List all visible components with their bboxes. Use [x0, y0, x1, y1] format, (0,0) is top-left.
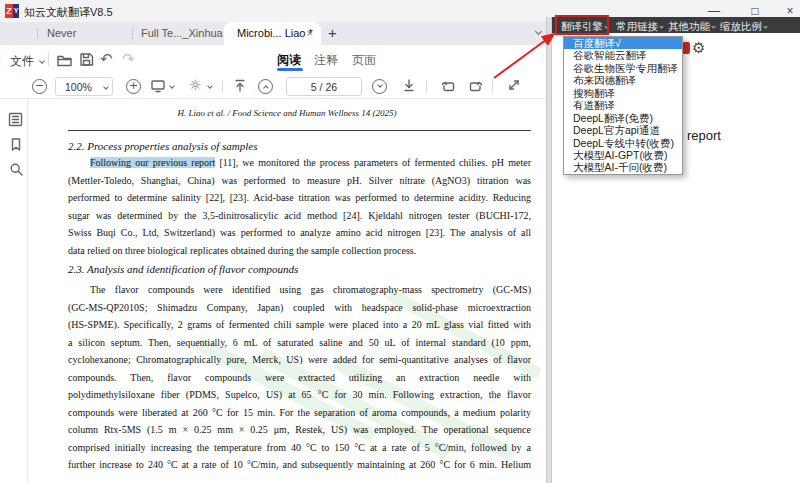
- header-rule: [68, 130, 531, 131]
- doc-line: further increase to 240 °C at a rate of …: [68, 458, 531, 476]
- engine-option-baidu[interactable]: 百度翻译√: [564, 37, 682, 49]
- doc-line: (Mettler-Toledo, Shanghai, China) was pe…: [68, 174, 531, 192]
- tab-annotate[interactable]: 注释: [314, 52, 338, 69]
- tab-separator: [132, 28, 133, 39]
- tab-never[interactable]: Never: [47, 27, 76, 39]
- brightness-icon[interactable]: ☼: [189, 77, 202, 93]
- doc-line: compounds were liberated at 260 °C for 1…: [68, 406, 531, 424]
- doc-line: sugar was determined by the 3,5-dinitros…: [68, 209, 531, 227]
- engine-option-deepl-paid[interactable]: DeepL专线中转(收费): [564, 137, 682, 149]
- tab-close-icon[interactable]: ×: [307, 27, 313, 39]
- bookmark-panel-icon[interactable]: [9, 137, 23, 152]
- tab-microbi-liao-active[interactable]: Microbi... Liao * ×: [224, 22, 321, 45]
- doc-line: The flavor compounds were identified usi…: [68, 283, 531, 301]
- new-tab-button[interactable]: +: [328, 24, 337, 41]
- chevron-down-icon: [377, 82, 383, 88]
- save-icon[interactable]: [79, 52, 94, 67]
- running-header: H. Liao et al. / Food Science and Human …: [28, 108, 546, 118]
- doc-line: compounds. Then, flavor compounds were e…: [68, 371, 531, 389]
- engine-option-blind[interactable]: 布来因德翻译: [564, 74, 682, 86]
- doc-line: data relied on three biological replicat…: [68, 244, 531, 262]
- active-tab-underline: [277, 68, 303, 71]
- previous-page-button[interactable]: [258, 79, 273, 94]
- rotate-left-icon[interactable]: [440, 78, 456, 93]
- zoom-out-button[interactable]: −: [32, 79, 47, 94]
- translation-partial-text: report: [687, 128, 721, 143]
- zoom-level-select[interactable]: 100%: [55, 77, 113, 96]
- app-logo-icon: ZY: [5, 4, 19, 18]
- doc-line: a silicon septum. Then, sequentially, 6 …: [68, 336, 531, 354]
- chevron-down-icon: [659, 24, 663, 28]
- toolbar-separator: [48, 52, 49, 66]
- doc-line: Swiss Buqi Co., Ltd, Switzerland) was pe…: [68, 226, 531, 244]
- tab-fulltext-xinhua[interactable]: Full Te..._Xinhua: [141, 27, 223, 39]
- thumbnails-panel-icon[interactable]: [8, 112, 23, 127]
- reading-mode-icon[interactable]: [150, 79, 166, 93]
- section-heading-2-2: 2.2. Process properties analysis of samp…: [68, 140, 531, 152]
- engine-option-ai-qianwen[interactable]: 大模型AI-千问(收费): [564, 161, 682, 173]
- engine-option-youdao[interactable]: 有道翻译: [564, 99, 682, 111]
- toolbar-separator: [222, 80, 223, 93]
- doc-line: (GC-MS-QP2010S; Shimadzu Company, Japan)…: [68, 301, 531, 319]
- chevron-down-icon: [40, 58, 46, 64]
- engine-option-google-biomed[interactable]: 谷歌生物医学专用翻译: [564, 62, 682, 74]
- rotate-right-icon[interactable]: [468, 78, 484, 93]
- open-folder-icon[interactable]: [56, 52, 73, 67]
- page-number-input[interactable]: 5 / 26: [286, 77, 362, 96]
- zoom-in-button[interactable]: +: [126, 79, 141, 94]
- undo-icon[interactable]: ↶: [100, 50, 113, 68]
- app-title: 知云文献翻译V8.5: [24, 5, 113, 20]
- doc-line: performed to determine salinity [22], [2…: [68, 191, 531, 209]
- engine-option-sogou[interactable]: 搜狗翻译: [564, 87, 682, 99]
- redo-icon[interactable]: ↷: [122, 50, 135, 68]
- gear-icon[interactable]: ⚙: [692, 39, 705, 57]
- toolbar-separator: [426, 80, 427, 93]
- section-heading-2-3: 2.3. Analysis and identification of flav…: [68, 263, 531, 275]
- scroll-to-top-icon[interactable]: [233, 78, 247, 93]
- panel-red-icon[interactable]: [682, 42, 690, 54]
- download-icon[interactable]: [402, 78, 416, 93]
- annotation-highlight-box: [555, 15, 609, 35]
- chevron-up-icon: [263, 85, 269, 91]
- engine-option-google-cloud[interactable]: 谷歌智能云翻译: [564, 49, 682, 61]
- chevron-down-icon: [763, 24, 767, 28]
- doc-line: (HS-SPME). Specifically, 2 grams of ferm…: [68, 318, 531, 336]
- doc-line: Following our previous report [11], we m…: [68, 156, 531, 174]
- doc-line: comprised initially increasing the tempe…: [68, 441, 531, 459]
- next-page-button[interactable]: [372, 79, 387, 94]
- menu-zoom-ratio[interactable]: 缩放比例: [720, 20, 767, 34]
- menu-other-functions[interactable]: 其他功能: [668, 20, 715, 34]
- search-panel-icon[interactable]: [9, 162, 24, 177]
- engine-option-deepl-free[interactable]: DeepL翻译(免费): [564, 112, 682, 124]
- engine-option-deepl-api[interactable]: DeepL官方api通道: [564, 124, 682, 136]
- chevron-down-icon: [103, 84, 109, 90]
- engine-option-ai-gpt[interactable]: 大模型AI-GPT(收费): [564, 149, 682, 161]
- doc-line: polydimethylsiloxane fiber (PDMS, Supelc…: [68, 388, 531, 406]
- menu-common-links[interactable]: 常用链接: [616, 20, 663, 34]
- fullscreen-icon[interactable]: [506, 77, 522, 93]
- engine-dropdown-menu: 百度翻译√ 谷歌智能云翻译 谷歌生物医学专用翻译 布来因德翻译 搜狗翻译 有道翻…: [563, 36, 683, 175]
- tab-page[interactable]: 页面: [352, 52, 376, 69]
- pdf-page[interactable]: H. Liao et al. / Food Science and Human …: [28, 99, 546, 483]
- tab-separator: [37, 28, 38, 39]
- chevron-down-icon: [711, 24, 715, 28]
- tab-read[interactable]: 阅读: [277, 52, 301, 69]
- tab-label: Microbi... Liao *: [237, 27, 313, 39]
- toolbar-separator: [492, 80, 493, 93]
- selected-text[interactable]: Following our previous report: [90, 157, 215, 168]
- file-menu[interactable]: 文件: [10, 53, 44, 70]
- doc-line: column Rtx-5MS (1.5 m × 0.25 mm × 0.25 μ…: [68, 423, 531, 441]
- doc-line: cyclohexanone; Chromatographically pure,…: [68, 353, 531, 371]
